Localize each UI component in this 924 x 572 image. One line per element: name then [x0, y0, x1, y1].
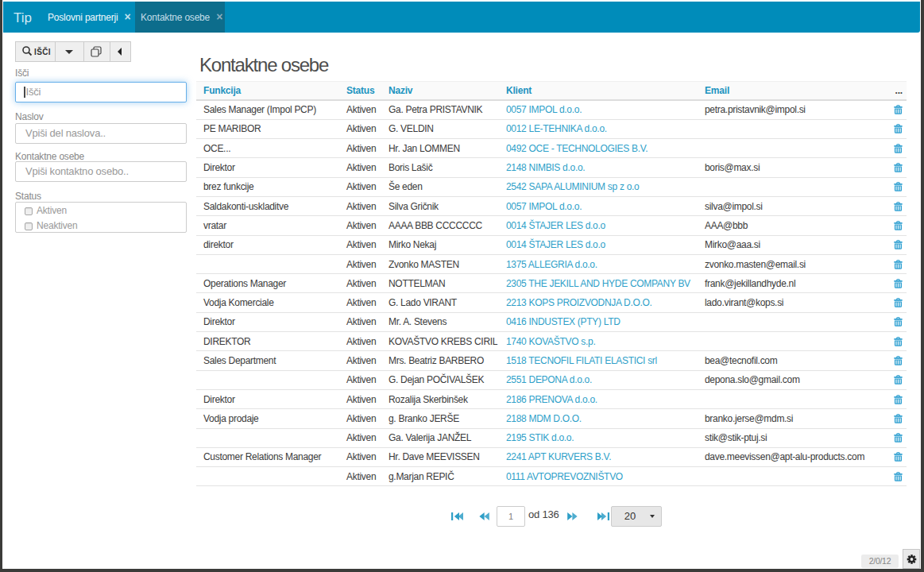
- svg-text:IŠČI: IŠČI: [34, 47, 51, 56]
